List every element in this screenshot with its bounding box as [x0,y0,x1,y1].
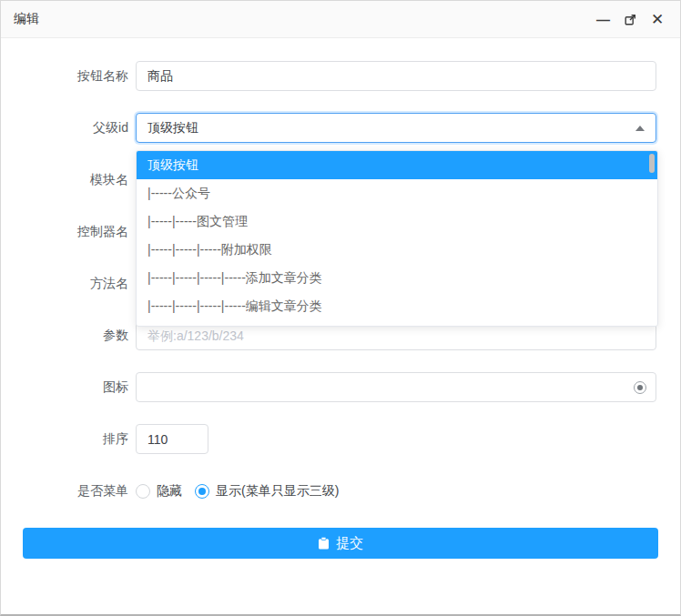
parent-id-select[interactable]: 顶级按钮 [136,113,656,143]
close-icon[interactable]: ✕ [649,11,666,27]
radio-checked-icon[interactable] [195,484,209,499]
maximize-icon[interactable] [622,11,638,27]
scrollbar-thumb[interactable] [649,154,655,173]
module-name-label: 模块名 [1,172,128,188]
icon-picker-icon[interactable] [634,381,646,394]
sort-input[interactable] [136,424,208,454]
sort-label: 排序 [1,431,128,448]
radio-hide-label: 隐藏 [157,483,182,500]
icon-input[interactable] [136,372,656,402]
radio-show[interactable]: 显示(菜单只显示三级) [195,483,339,500]
clipboard-icon [318,537,330,550]
submit-button[interactable]: 提交 [23,528,658,559]
button-name-label: 按钮名称 [1,68,128,85]
is-menu-label: 是否菜单 [1,483,128,500]
chevron-up-icon [635,126,645,131]
icon-label: 图标 [1,379,128,396]
edit-dialog: 编辑 — ✕ 按钮名称 父级id 顶级按钮 模块名 [0,0,681,616]
dropdown-option[interactable]: |-----|-----|-----|-----添加文章分类 [137,264,657,292]
parent-id-dropdown: 顶级按钮 |-----公众号 |-----|-----图文管理 |-----|-… [136,150,658,327]
minimize-icon[interactable]: — [595,11,611,27]
dropdown-option[interactable]: |-----公众号 [137,179,657,207]
radio-unchecked-icon[interactable] [136,484,150,499]
field-sort: 排序 [1,424,680,454]
field-icon: 图标 [1,372,680,402]
method-name-label: 方法名 [1,276,128,292]
dialog-titlebar: 编辑 — ✕ [1,1,680,38]
dropdown-option[interactable]: |-----|-----|-----附加权限 [137,236,657,264]
dropdown-option[interactable]: |-----|-----图文管理 [137,207,657,236]
is-menu-radio-group: 隐藏 显示(菜单只显示三级) [136,483,339,500]
submit-button-label: 提交 [336,535,363,552]
dialog-title: 编辑 [14,11,39,27]
button-name-input[interactable] [136,61,656,91]
field-parent-id: 父级id 顶级按钮 [1,113,680,143]
controller-name-label: 控制器名 [1,224,128,240]
params-label: 参数 [1,328,128,344]
field-button-name: 按钮名称 [1,61,680,91]
field-is-menu: 是否菜单 隐藏 显示(菜单只显示三级) [1,476,680,506]
dropdown-option[interactable]: 顶级按钮 [137,151,657,179]
radio-show-label: 显示(菜单只显示三级) [216,483,339,500]
window-controls: — ✕ [595,11,666,27]
dropdown-option[interactable]: |-----|-----|-----|-----编辑文章分类 [137,292,657,320]
parent-id-label: 父级id [1,120,128,136]
radio-hide[interactable]: 隐藏 [136,483,182,500]
